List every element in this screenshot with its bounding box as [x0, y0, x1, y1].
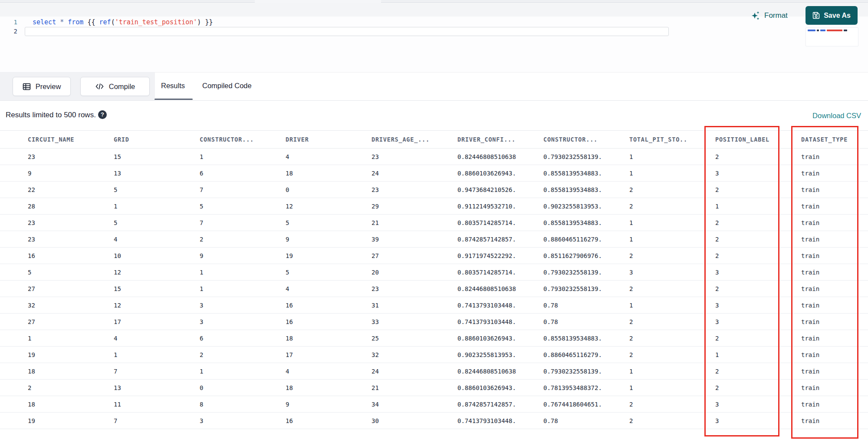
- format-label: Format: [764, 11, 788, 20]
- table-cell: 3: [687, 314, 773, 330]
- table-cell: 2: [687, 149, 773, 165]
- table-cell: 4: [86, 231, 172, 248]
- table-cell: 0.7413793103448...: [430, 314, 516, 330]
- table-cell: 20: [344, 264, 430, 281]
- table-cell: 0.8558139534883...: [516, 330, 602, 347]
- compile-button[interactable]: Compile: [80, 77, 150, 96]
- table-cell: 23: [0, 231, 86, 248]
- column-header: CONSTRUCTOR...: [516, 131, 602, 149]
- table-cell: 23: [344, 182, 430, 198]
- table-cell: 0.7813953488372...: [516, 380, 602, 396]
- table-cell: 23: [0, 215, 86, 231]
- table-cell: 21: [344, 380, 430, 396]
- help-icon[interactable]: ?: [98, 110, 107, 119]
- action-bar: Preview Compile Results Compiled Code: [0, 72, 868, 101]
- download-csv-link[interactable]: Download CSV: [812, 112, 861, 120]
- table-cell: train: [773, 297, 868, 314]
- table-row: 1610919270.9171974522292...0.85116279069…: [0, 248, 868, 264]
- active-line-cursor-box[interactable]: [25, 27, 669, 36]
- row-limit-notice: Results limited to 500 rows.: [6, 111, 96, 119]
- table-cell: 8: [172, 396, 258, 413]
- table-cell: train: [773, 330, 868, 347]
- table-cell: 12: [258, 198, 344, 215]
- table-cell: 7: [86, 363, 172, 380]
- table-cell: 2: [172, 231, 258, 248]
- table-grid-icon: [23, 83, 31, 91]
- table-cell: 23: [344, 281, 430, 297]
- table-cell: 19: [0, 413, 86, 429]
- table-cell: 2: [687, 182, 773, 198]
- table-cell: 1: [172, 149, 258, 165]
- column-header: DRIVERS_AGE_...: [344, 131, 430, 149]
- results-header-row: CIRCUIT_NAMEGRIDCONSTRUCTOR...DRIVERDRIV…: [0, 131, 868, 149]
- table-cell: 16: [0, 248, 86, 264]
- table-cell: 0.8860465116279...: [516, 231, 602, 248]
- model-name-string: 'train_test_position': [115, 18, 197, 26]
- table-cell: train: [773, 149, 868, 165]
- table-cell: 0.9023255813953...: [516, 198, 602, 215]
- table-cell: 11: [86, 396, 172, 413]
- table-cell: 33: [344, 314, 430, 330]
- column-header: CONSTRUCTOR...: [172, 131, 258, 149]
- table-cell: 0.8035714285714...: [430, 264, 516, 281]
- table-cell: 0.9473684210526...: [430, 182, 516, 198]
- table-cell: 0.824468085106383: [430, 281, 516, 297]
- code-minimap[interactable]: [806, 27, 858, 46]
- table-cell: 2: [687, 281, 773, 297]
- format-button[interactable]: Format: [751, 9, 788, 22]
- table-cell: train: [773, 413, 868, 429]
- table-cell: 5: [86, 215, 172, 231]
- table-cell: 2: [602, 248, 687, 264]
- table-cell: 1: [687, 347, 773, 363]
- table-cell: 3: [687, 396, 773, 413]
- table-cell: 24: [344, 165, 430, 182]
- table-cell: 7: [172, 215, 258, 231]
- table-cell: 1: [0, 330, 86, 347]
- table-cell: 17: [86, 314, 172, 330]
- table-cell: 0.824468085106383: [430, 363, 516, 380]
- table-cell: train: [773, 314, 868, 330]
- table-cell: 1: [687, 198, 773, 215]
- table-cell: 3: [172, 314, 258, 330]
- code-brackets-icon: [95, 83, 104, 90]
- table-cell: train: [773, 281, 868, 297]
- table-cell: 4: [258, 149, 344, 165]
- table-cell: 1: [86, 198, 172, 215]
- table-cell: 3: [172, 413, 258, 429]
- table-cell: 4: [258, 281, 344, 297]
- table-cell: 3: [687, 413, 773, 429]
- sparkles-icon: [751, 11, 760, 20]
- compile-label: Compile: [109, 83, 135, 91]
- sql-editor[interactable]: Format Save As 1 2 select * from {{ ref(…: [0, 3, 868, 72]
- table-cell: 1: [172, 264, 258, 281]
- code-line-1[interactable]: select * from {{ ref('train_test_positio…: [33, 18, 213, 26]
- table-cell: train: [773, 264, 868, 281]
- table-cell: 5: [258, 215, 344, 231]
- table-cell: 2: [602, 314, 687, 330]
- table-cell: 12: [86, 264, 172, 281]
- table-cell: 13: [86, 380, 172, 396]
- preview-label: Preview: [36, 83, 61, 91]
- table-cell: 24: [344, 363, 430, 380]
- table-cell: 2: [602, 198, 687, 215]
- column-header: GRID: [86, 131, 172, 149]
- table-cell: 0.8860103626943...: [430, 165, 516, 182]
- table-cell: 4: [258, 363, 344, 380]
- tab-results[interactable]: Results: [161, 82, 185, 90]
- tab-compiled-code[interactable]: Compiled Code: [202, 82, 252, 90]
- table-row: 2717316330.7413793103448...0.7823train: [0, 314, 868, 330]
- table-cell: 6: [172, 165, 258, 182]
- jinja-close-braces: }}: [205, 18, 213, 26]
- table-cell: 3: [172, 297, 258, 314]
- table-cell: 7: [86, 413, 172, 429]
- table-cell: 21: [344, 215, 430, 231]
- save-as-button[interactable]: Save As: [806, 6, 858, 25]
- table-cell: 15: [86, 281, 172, 297]
- table-cell: 18: [258, 165, 344, 182]
- preview-button[interactable]: Preview: [13, 77, 71, 96]
- table-cell: 0: [258, 182, 344, 198]
- table-cell: 5: [258, 264, 344, 281]
- table-cell: 0.9023255813953...: [430, 347, 516, 363]
- table-cell: 19: [258, 248, 344, 264]
- table-cell: 28: [0, 198, 86, 215]
